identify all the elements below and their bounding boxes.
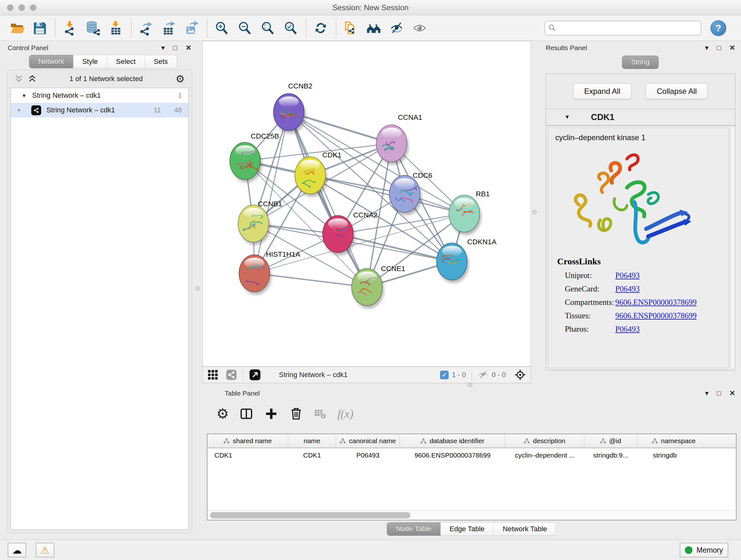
expand-all-button[interactable]: Expand All bbox=[573, 83, 631, 99]
tab-sets[interactable]: Sets bbox=[145, 55, 177, 68]
panel-menu-icon[interactable]: ▾ bbox=[161, 44, 165, 51]
zoom-out-button[interactable] bbox=[235, 18, 254, 38]
zoom-in-button[interactable] bbox=[212, 18, 231, 38]
table-hscrollbar-thumb[interactable] bbox=[210, 512, 410, 518]
column-header-canonical-name[interactable]: canonical name bbox=[336, 434, 400, 448]
import-network-button[interactable] bbox=[61, 18, 79, 38]
zoom-selected-button[interactable] bbox=[281, 18, 300, 38]
tab-edge-table[interactable]: Edge Table bbox=[441, 522, 494, 536]
collapse-all-icon[interactable] bbox=[14, 74, 23, 83]
column-header-description[interactable]: description bbox=[505, 434, 584, 448]
gene-section-header[interactable]: ▼ CDK1 bbox=[546, 109, 735, 126]
show-columns-icon[interactable] bbox=[239, 407, 254, 421]
search-input[interactable] bbox=[544, 21, 701, 36]
crosslink-link[interactable]: P06493 bbox=[615, 285, 639, 294]
tab-select[interactable]: Select bbox=[107, 55, 145, 68]
network-canvas[interactable]: CCNB2CCNA1CDC25BCDK1CDC6RB1CCNB1CCNA2CDK… bbox=[202, 41, 531, 367]
panel-menu-icon[interactable]: ▾ bbox=[705, 44, 709, 51]
column-header--id[interactable]: @id bbox=[584, 434, 637, 448]
node-CCNA1[interactable]: CCNA1 bbox=[376, 113, 422, 165]
traffic-light-zoom[interactable] bbox=[30, 4, 37, 11]
table-cell[interactable]: CDK1 bbox=[288, 448, 336, 462]
node-CDKN1A[interactable]: CDKN1A bbox=[436, 238, 496, 283]
refresh-layout-button[interactable] bbox=[312, 18, 330, 38]
panel-close-icon[interactable]: ✕ bbox=[730, 390, 735, 397]
tab-node-table[interactable]: Node Table bbox=[387, 522, 441, 536]
panel-menu-icon[interactable]: ▾ bbox=[705, 390, 709, 397]
tab-string[interactable]: String bbox=[622, 56, 659, 69]
network-view-type-icon[interactable] bbox=[226, 369, 237, 381]
vertical-splitter-handle[interactable] bbox=[532, 210, 537, 214]
add-column-icon[interactable] bbox=[264, 407, 279, 421]
table-cell[interactable]: CDK1 bbox=[207, 448, 288, 462]
traffic-light-close[interactable] bbox=[7, 4, 13, 11]
export-table-button[interactable] bbox=[159, 18, 178, 38]
tab-network-table[interactable]: Network Table bbox=[493, 522, 556, 536]
first-neighbors-button[interactable] bbox=[364, 18, 383, 38]
horizontal-splitter-handle[interactable] bbox=[468, 382, 472, 387]
panel-close-icon[interactable]: ✕ bbox=[186, 44, 192, 51]
column-header-namespace[interactable]: namespace bbox=[637, 434, 737, 448]
crosslink-link[interactable]: 9606.ENSP00000378699 bbox=[615, 298, 697, 307]
network-collection-row[interactable]: ▼ String Network – cdk1 1 bbox=[11, 88, 188, 103]
detach-view-icon[interactable] bbox=[249, 369, 261, 381]
hide-selected-button[interactable] bbox=[387, 18, 406, 38]
edge-CCNB2-CCNE1[interactable] bbox=[289, 112, 367, 287]
edge-HIST1H1A-CCNE1[interactable] bbox=[254, 273, 367, 287]
crosslink-link[interactable]: P06493 bbox=[615, 325, 639, 334]
node-CDC25B[interactable]: CDC25B bbox=[230, 132, 279, 182]
crosslink-link[interactable]: P06493 bbox=[615, 271, 639, 280]
tree-expand-icon[interactable]: ▼ bbox=[22, 93, 26, 98]
node-CCNE1[interactable]: CCNE1 bbox=[352, 265, 405, 308]
node-RB1[interactable]: RB1 bbox=[449, 190, 490, 235]
export-image-button[interactable] bbox=[183, 18, 201, 38]
node-CCNA2[interactable]: CCNA2 bbox=[323, 211, 378, 255]
help-button[interactable]: ? bbox=[711, 20, 726, 36]
crosslink-link[interactable]: 9606.ENSP00000378699 bbox=[615, 311, 697, 320]
warnings-button[interactable]: ⚠ bbox=[36, 543, 54, 557]
edge-CCNA2-CDKN1A[interactable] bbox=[338, 234, 452, 261]
node-HIST1H1A[interactable]: HIST1H1A bbox=[239, 250, 300, 295]
node-CCNB2[interactable]: CCNB2 bbox=[273, 82, 313, 133]
import-table-button[interactable] bbox=[107, 18, 125, 38]
column-header-name[interactable]: name bbox=[288, 434, 336, 448]
collapse-all-button[interactable]: Collapse All bbox=[646, 83, 708, 99]
column-header-shared-name[interactable]: shared name bbox=[207, 434, 288, 448]
save-session-button[interactable] bbox=[30, 18, 49, 38]
table-cell[interactable]: cyclin–dependent ... bbox=[505, 448, 584, 462]
tab-style[interactable]: Style bbox=[73, 55, 107, 68]
table-row[interactable]: CDK1CDK1P064939606.ENSP00000378699cyclin… bbox=[207, 448, 737, 462]
cloud-status-button[interactable]: ☁ bbox=[8, 543, 26, 557]
expand-all-icon[interactable] bbox=[28, 74, 37, 83]
network-row-selected[interactable]: ● String Network – cdk1 11 48 bbox=[11, 103, 188, 118]
gene-expand-icon[interactable]: ▼ bbox=[564, 114, 570, 120]
column-header-database-identifier[interactable]: database identifier bbox=[400, 434, 505, 448]
memory-button[interactable]: Memory bbox=[680, 543, 728, 557]
table-cell[interactable]: 9606.ENSP00000378699 bbox=[400, 448, 505, 462]
traffic-light-minimize[interactable] bbox=[18, 4, 25, 11]
table-cell[interactable]: stringdb bbox=[637, 448, 737, 462]
delete-column-icon[interactable] bbox=[289, 407, 304, 421]
duplicate-network-button[interactable] bbox=[341, 18, 360, 38]
results-scrollbar[interactable] bbox=[730, 128, 735, 368]
table-cell[interactable]: stringdb:9... bbox=[584, 448, 637, 462]
import-network-from-database-button[interactable] bbox=[84, 18, 102, 38]
node-CCNB1[interactable]: CCNB1 bbox=[238, 200, 282, 245]
panel-float-icon[interactable]: □ bbox=[717, 390, 721, 397]
open-session-button[interactable] bbox=[8, 18, 26, 38]
selected-checkbox-icon[interactable]: ✓ bbox=[440, 371, 449, 379]
grid-view-icon[interactable] bbox=[207, 369, 219, 381]
tab-network[interactable]: Network bbox=[29, 55, 73, 68]
table-options-gear-icon[interactable]: ⚙ bbox=[216, 407, 229, 421]
node-CDC6[interactable]: CDC6 bbox=[389, 172, 432, 215]
panel-float-icon[interactable]: □ bbox=[717, 44, 721, 51]
table-cell[interactable]: P06493 bbox=[336, 448, 400, 462]
show-all-button[interactable] bbox=[410, 18, 429, 38]
birdseye-crosshair-icon[interactable] bbox=[514, 369, 526, 381]
panel-float-icon[interactable]: □ bbox=[173, 44, 177, 51]
panel-close-icon[interactable]: ✕ bbox=[730, 44, 735, 51]
zoom-fit-button[interactable] bbox=[259, 18, 277, 38]
export-network-button[interactable] bbox=[137, 18, 155, 38]
vertical-splitter-handle[interactable] bbox=[196, 286, 200, 291]
network-options-gear-icon[interactable]: ⚙ bbox=[176, 73, 185, 85]
